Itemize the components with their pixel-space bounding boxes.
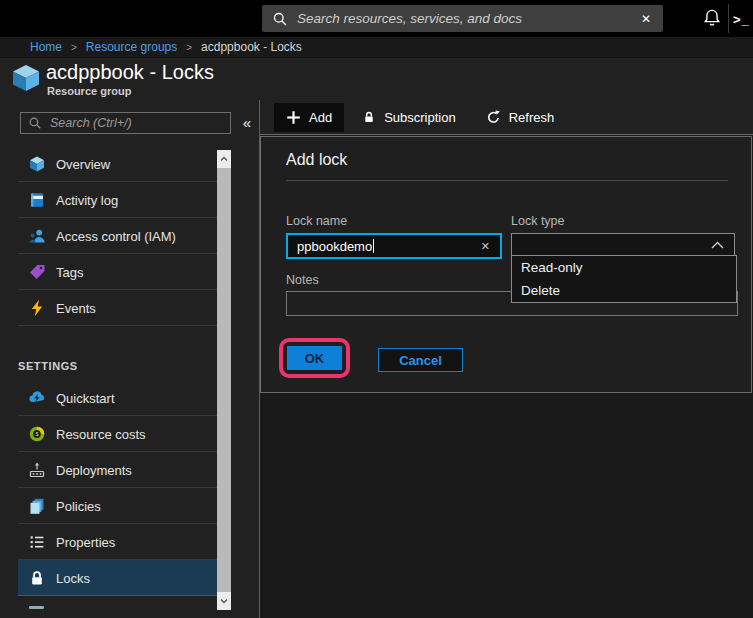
policies-icon [28, 497, 46, 515]
sidebar-item-label: Policies [56, 499, 101, 514]
cloud-shell-icon[interactable]: >_ [733, 7, 753, 31]
list-icon [28, 533, 46, 551]
text-caret [373, 239, 374, 253]
scroll-down-icon[interactable] [217, 592, 231, 610]
panel-title-divider [286, 180, 728, 181]
menu-search-input[interactable] [50, 116, 224, 130]
tag-icon [28, 263, 46, 281]
breadcrumb-chevron-icon: > [186, 42, 192, 53]
sidebar-item-label: Tags [56, 265, 83, 280]
sidebar-item-label: Properties [56, 535, 115, 550]
scroll-up-icon[interactable] [217, 150, 231, 168]
sidebar-item-label: Overview [56, 157, 110, 172]
breadcrumb-chevron-icon: > [71, 42, 77, 53]
global-search-input[interactable] [297, 11, 637, 26]
sidebar-item-properties[interactable]: Properties [0, 524, 217, 560]
breadcrumb-current: acdppbook - Locks [201, 40, 302, 54]
menu-list: Overview Activity log Access [0, 146, 217, 618]
search-icon [28, 116, 42, 130]
sidebar-item-events[interactable]: Events [0, 290, 217, 326]
sidebar-section-settings: SETTINGS [0, 326, 217, 380]
sidebar-item-overview[interactable]: Overview [0, 146, 217, 182]
sidebar-item-label: Access control (IAM) [56, 229, 176, 244]
lightning-icon [28, 299, 46, 317]
sidebar-item-deployments[interactable]: Deployments [0, 452, 217, 488]
search-icon [272, 11, 288, 27]
breadcrumb-resource-groups-link[interactable]: Resource groups [86, 40, 177, 54]
sidebar-item-resource-costs[interactable]: $ Resource costs [0, 416, 217, 452]
cancel-button[interactable]: Cancel [378, 348, 463, 372]
sidebar-item-label: Quickstart [56, 391, 115, 406]
topbar-divider [728, 4, 729, 33]
lock-name-label: Lock name [286, 214, 347, 228]
top-bar: ✕ >_ [0, 0, 753, 37]
sidebar-item-policies[interactable]: Policies [0, 488, 217, 524]
cube-icon [28, 155, 46, 173]
sidebar-item-label: Events [56, 301, 96, 316]
cloud-bolt-icon [28, 389, 46, 407]
scrollbar-thumb[interactable] [217, 168, 231, 592]
clear-input-icon[interactable]: ✕ [479, 240, 492, 253]
sidebar-item-access-control[interactable]: Access control (IAM) [0, 218, 217, 254]
locks-blade: Add Subscription Refresh Add lock [260, 100, 753, 618]
svg-text:$: $ [35, 431, 38, 437]
lock-type-dropdown: Read-only Delete [511, 255, 737, 303]
ok-button[interactable]: OK [287, 346, 342, 370]
notifications-bell-icon[interactable] [700, 6, 724, 32]
lock-name-input[interactable]: ppbookdemo ✕ [286, 233, 502, 259]
panel-title: Add lock [286, 151, 347, 169]
lock-type-select[interactable] [511, 233, 735, 256]
breadcrumb-home-link[interactable]: Home [30, 40, 62, 54]
collapse-menu-icon[interactable]: « [238, 110, 256, 134]
option-read-only[interactable]: Read-only [512, 256, 736, 279]
cost-donut-icon: $ [28, 425, 46, 443]
sidebar-item-tags[interactable]: Tags [0, 254, 217, 290]
option-delete[interactable]: Delete [512, 279, 736, 302]
add-button[interactable]: Add [274, 103, 344, 132]
partial-icon [29, 606, 44, 609]
lock-name-value: ppbookdemo [297, 239, 479, 254]
page-header: acdppbook - Locks Resource group [0, 58, 753, 100]
azure-portal-window: ✕ >_ Home > Resource groups > acdppbook … [0, 0, 753, 618]
activity-log-icon [28, 191, 46, 209]
plus-icon [286, 110, 301, 125]
refresh-button[interactable]: Refresh [474, 103, 567, 132]
sidebar-item-label: Resource costs [56, 427, 146, 442]
lock-icon [28, 569, 46, 587]
global-search-box[interactable]: ✕ [262, 5, 663, 32]
page-subtitle: Resource group [47, 85, 131, 97]
deployments-icon [28, 461, 46, 479]
sidebar-item-label: Deployments [56, 463, 132, 478]
sidebar-item-quickstart[interactable]: Quickstart [0, 380, 217, 416]
lock-icon [362, 110, 376, 124]
notes-label: Notes [286, 273, 319, 287]
sidebar-scrollbar[interactable] [217, 150, 231, 610]
sidebar-item-partial[interactable] [0, 596, 217, 618]
refresh-icon [486, 110, 501, 125]
command-bar: Add Subscription Refresh [260, 100, 753, 135]
menu-search-box[interactable] [20, 112, 231, 134]
blade-menu: « Overview Activity log [0, 100, 259, 618]
subscription-button[interactable]: Subscription [350, 103, 468, 132]
highlight-annotation-ring: OK [279, 338, 350, 378]
sidebar-item-locks[interactable]: Locks [0, 560, 217, 596]
search-clear-icon[interactable]: ✕ [637, 10, 655, 28]
lock-type-label: Lock type [511, 214, 565, 228]
chevron-up-icon [711, 241, 724, 249]
sidebar-item-activity-log[interactable]: Activity log [0, 182, 217, 218]
people-icon [28, 227, 46, 245]
resource-group-icon [10, 62, 42, 94]
breadcrumb: Home > Resource groups > acdppbook - Loc… [0, 37, 753, 58]
page-title: acdppbook - Locks [46, 61, 214, 84]
sidebar-item-label: Locks [56, 571, 90, 586]
sidebar-item-label: Activity log [56, 193, 118, 208]
add-lock-panel: Add lock Lock name ppbookdemo ✕ Lock typ… [260, 136, 752, 393]
